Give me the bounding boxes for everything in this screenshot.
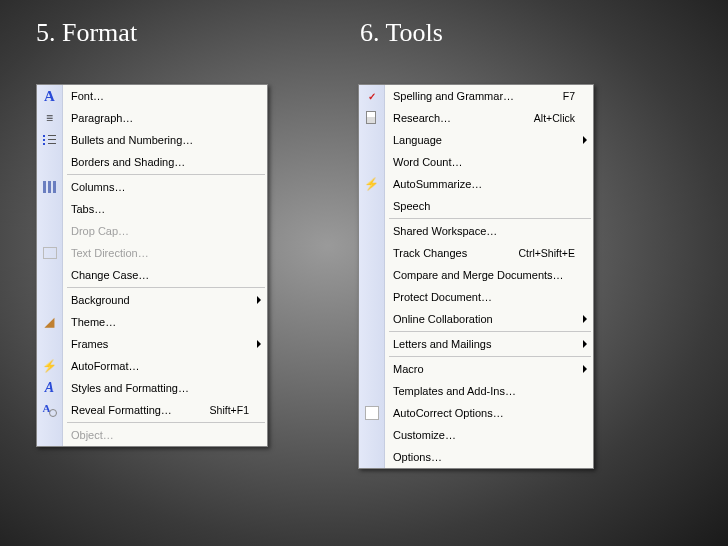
- menu-item-label: AutoCorrect Options…: [385, 407, 593, 419]
- menu-item-label: Background: [63, 294, 267, 306]
- menu-item-icon-col: [359, 308, 385, 330]
- menu-item-label: Protect Document…: [385, 291, 593, 303]
- menu-item-font[interactable]: AFont…: [37, 85, 267, 107]
- menu-item-label: Font…: [63, 90, 267, 102]
- menu-item-text-direction: Text Direction…: [37, 242, 267, 264]
- menu-item-icon-col: [359, 424, 385, 446]
- menu-item-letters-and-mailings[interactable]: Letters and Mailings: [359, 333, 593, 355]
- menu-item-bullets-and-numbering[interactable]: Bullets and Numbering…: [37, 129, 267, 151]
- menu-item-icon-col: [37, 289, 63, 311]
- menu-item-label: Reveal Formatting…: [63, 404, 210, 416]
- menu-item-label: Research…: [385, 112, 534, 124]
- menu-item-icon-col: [359, 264, 385, 286]
- menu-item-customize[interactable]: Customize…: [359, 424, 593, 446]
- menu-item-label: Compare and Merge Documents…: [385, 269, 593, 281]
- menu-item-research[interactable]: Research…Alt+Click: [359, 107, 593, 129]
- menu-item-icon-col: [359, 195, 385, 217]
- menu-item-shared-workspace[interactable]: Shared Workspace…: [359, 220, 593, 242]
- menu-item-macro[interactable]: Macro: [359, 358, 593, 380]
- menu-item-label: Macro: [385, 363, 593, 375]
- submenu-arrow-icon: [583, 315, 587, 323]
- menu-item-icon-col: [37, 333, 63, 355]
- submenu-arrow-icon: [583, 136, 587, 144]
- menu-item-label: AutoFormat…: [63, 360, 267, 372]
- menu-item-word-count[interactable]: Word Count…: [359, 151, 593, 173]
- menu-item-label: Text Direction…: [63, 247, 267, 259]
- menu-item-icon-col: [37, 220, 63, 242]
- paragraph-icon: ≡: [42, 110, 58, 126]
- menu-item-icon-col: [359, 129, 385, 151]
- menu-item-background[interactable]: Background: [37, 289, 267, 311]
- menu-item-paragraph[interactable]: ≡Paragraph…: [37, 107, 267, 129]
- menu-item-shortcut: F7: [563, 90, 593, 102]
- font-icon: A: [42, 88, 58, 104]
- menu-item-label: Word Count…: [385, 156, 593, 168]
- menu-item-object: Object…: [37, 424, 267, 446]
- menu-item-icon-col: [359, 358, 385, 380]
- menu-item-icon-col: [359, 380, 385, 402]
- section-title-format: 5. Format: [36, 18, 137, 48]
- menu-item-label: Shared Workspace…: [385, 225, 593, 237]
- menu-item-shortcut: Alt+Click: [534, 112, 593, 124]
- menu-item-icon-col: [37, 399, 63, 421]
- menu-item-icon-col: [37, 264, 63, 286]
- menu-item-icon-col: [359, 446, 385, 468]
- menu-item-label: Spelling and Grammar…: [385, 90, 563, 102]
- menu-item-icon-col: [37, 242, 63, 264]
- menu-item-icon-col: ⚡: [37, 355, 63, 377]
- menu-item-options[interactable]: Options…: [359, 446, 593, 468]
- menu-item-autocorrect-options[interactable]: AutoCorrect Options…: [359, 402, 593, 424]
- menu-item-label: AutoSummarize…: [385, 178, 593, 190]
- autoformat-icon: ⚡: [42, 358, 58, 374]
- menu-item-icon-col: A: [37, 85, 63, 107]
- wordcount-icon: [365, 155, 379, 169]
- menu-item-label: Speech: [385, 200, 593, 212]
- menu-item-tabs[interactable]: Tabs…: [37, 198, 267, 220]
- menu-item-autoformat[interactable]: ⚡AutoFormat…: [37, 355, 267, 377]
- menu-item-icon-col: [359, 107, 385, 129]
- menu-item-compare-and-merge-documents[interactable]: Compare and Merge Documents…: [359, 264, 593, 286]
- reveal-icon: [43, 403, 57, 417]
- menu-item-change-case[interactable]: Change Case…: [37, 264, 267, 286]
- menu-item-styles-and-formatting[interactable]: AStyles and Formatting…: [37, 377, 267, 399]
- styles-icon: A: [42, 380, 58, 396]
- bullets-icon: [43, 134, 57, 146]
- menu-item-language[interactable]: Language: [359, 129, 593, 151]
- menu-item-icon-col: [359, 402, 385, 424]
- menu-item-icon-col: ◢: [37, 311, 63, 333]
- menu-item-autosummarize[interactable]: ⚡AutoSummarize…: [359, 173, 593, 195]
- submenu-arrow-icon: [257, 340, 261, 348]
- menu-item-protect-document[interactable]: Protect Document…: [359, 286, 593, 308]
- menu-item-label: Frames: [63, 338, 267, 350]
- research-icon: [365, 111, 379, 125]
- menu-item-label: Language: [385, 134, 593, 146]
- menu-item-label: Tabs…: [63, 203, 267, 215]
- submenu-arrow-icon: [257, 296, 261, 304]
- menu-item-label: Customize…: [385, 429, 593, 441]
- menu-item-borders-and-shading[interactable]: Borders and Shading…: [37, 151, 267, 173]
- menu-item-columns[interactable]: Columns…: [37, 176, 267, 198]
- menu-item-label: Borders and Shading…: [63, 156, 267, 168]
- menu-item-label: Track Changes: [385, 247, 518, 259]
- menu-item-templates-and-add-ins[interactable]: Templates and Add-Ins…: [359, 380, 593, 402]
- menu-item-label: Change Case…: [63, 269, 267, 281]
- menu-item-speech[interactable]: Speech: [359, 195, 593, 217]
- menu-item-reveal-formatting[interactable]: Reveal Formatting…Shift+F1: [37, 399, 267, 421]
- menu-item-spelling-and-grammar[interactable]: ✓Spelling and Grammar…F7: [359, 85, 593, 107]
- menu-item-label: Styles and Formatting…: [63, 382, 267, 394]
- menu-item-online-collaboration[interactable]: Online Collaboration: [359, 308, 593, 330]
- menu-item-icon-col: [37, 176, 63, 198]
- menu-item-label: Drop Cap…: [63, 225, 267, 237]
- submenu-arrow-icon: [583, 340, 587, 348]
- columns-icon: [43, 181, 57, 193]
- menu-item-track-changes[interactable]: Track ChangesCtrl+Shift+E: [359, 242, 593, 264]
- menu-item-theme[interactable]: ◢Theme…: [37, 311, 267, 333]
- spell-icon: ✓: [364, 88, 380, 104]
- menu-item-drop-cap: Drop Cap…: [37, 220, 267, 242]
- menu-item-label: Theme…: [63, 316, 267, 328]
- menu-item-icon-col: [359, 220, 385, 242]
- autocorrect-icon: [365, 406, 379, 420]
- menu-item-frames[interactable]: Frames: [37, 333, 267, 355]
- menu-item-label: Columns…: [63, 181, 267, 193]
- tools-menu: ✓Spelling and Grammar…F7Research…Alt+Cli…: [358, 84, 594, 469]
